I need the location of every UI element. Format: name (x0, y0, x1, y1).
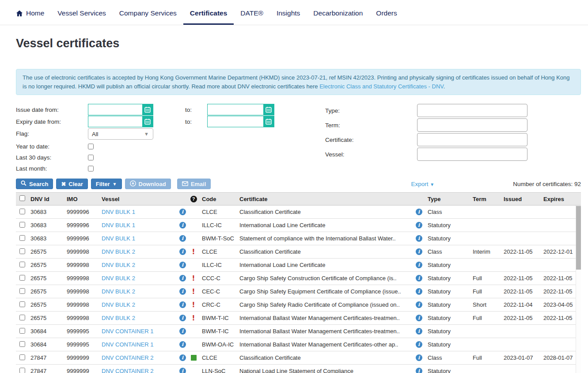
download-button[interactable]: Download (125, 179, 171, 189)
filter-button[interactable]: Filter ▼ (91, 179, 122, 189)
vessel-link[interactable]: DNV BULK 2 (102, 248, 135, 255)
nav-item-insights[interactable]: Insights (270, 9, 307, 25)
info-icon[interactable]: i (416, 288, 422, 295)
nav-item-home[interactable]: Home (16, 9, 51, 25)
nav-item-date[interactable]: DATE® (234, 9, 270, 25)
row-checkbox[interactable] (19, 354, 25, 360)
info-icon[interactable]: i (179, 275, 186, 282)
search-button[interactable]: Search (16, 179, 53, 189)
row-checkbox[interactable] (19, 275, 25, 281)
year-to-date-checkbox[interactable] (88, 144, 94, 149)
nav-item-certificates[interactable]: Certificates (183, 9, 234, 25)
export-link[interactable]: Export ▼ (411, 181, 434, 187)
info-icon[interactable]: i (179, 235, 186, 242)
certificate-input[interactable] (417, 133, 527, 146)
header-type[interactable]: Type (425, 196, 471, 202)
vessel-link[interactable]: DNV BULK 1 (102, 209, 135, 215)
info-icon[interactable]: i (179, 222, 186, 228)
flag-select[interactable]: All ▼ (88, 128, 153, 140)
info-icon[interactable]: i (179, 262, 186, 268)
row-checkbox[interactable] (19, 288, 25, 294)
issue-date-from-input[interactable] (88, 104, 142, 115)
row-checkbox[interactable] (19, 368, 25, 373)
term-input[interactable] (417, 118, 527, 132)
row-checkbox[interactable] (19, 315, 25, 320)
info-icon[interactable]: i (416, 368, 422, 373)
nav-item-decarbonization[interactable]: Decarbonization (307, 9, 369, 25)
vessel-link[interactable]: DNV BULK 2 (102, 288, 135, 295)
info-icon[interactable]: i (416, 222, 422, 228)
email-button[interactable]: Email (177, 179, 211, 189)
calendar-icon[interactable] (263, 104, 274, 115)
info-icon[interactable]: i (179, 328, 186, 335)
vessel-link[interactable]: DNV BULK 2 (102, 275, 135, 282)
nav-item-company-services[interactable]: Company Services (113, 9, 183, 25)
type-input[interactable] (417, 104, 527, 117)
issued-cell: 2022-11-05 (502, 248, 542, 255)
vessel-link[interactable]: DNV CONTAINER 1 (102, 341, 154, 348)
row-checkbox[interactable] (19, 328, 25, 334)
info-icon[interactable]: i (416, 328, 422, 335)
info-icon[interactable]: i (179, 301, 186, 308)
vessel-link[interactable]: DNV BULK 1 (102, 235, 135, 242)
vessel-link[interactable]: DNV BULK 2 (102, 315, 135, 321)
nav-item-orders[interactable]: Orders (369, 9, 403, 25)
header-imo[interactable]: IMO (65, 196, 101, 202)
row-checkbox[interactable] (19, 301, 25, 307)
vertical-scrollbar[interactable] (576, 206, 581, 373)
info-icon[interactable]: i (416, 235, 422, 242)
row-checkbox[interactable] (19, 262, 25, 267)
info-icon[interactable]: i (179, 209, 186, 215)
info-icon[interactable]: i (416, 262, 422, 268)
header-term[interactable]: Term (471, 196, 502, 202)
expiry-date-to-input[interactable] (208, 116, 263, 127)
imo-cell: 9999995 (65, 341, 101, 348)
info-icon[interactable]: i (416, 209, 422, 215)
last-30-days-checkbox[interactable] (88, 155, 94, 160)
row-checkbox[interactable] (19, 235, 25, 241)
row-checkbox[interactable] (19, 209, 25, 214)
expiry-date-from-input[interactable] (88, 116, 142, 127)
info-icon[interactable]: i (416, 248, 422, 255)
header-issued[interactable]: Issued (502, 196, 542, 202)
info-icon[interactable]: i (416, 301, 422, 308)
info-icon[interactable]: i (179, 341, 186, 348)
row-checkbox[interactable] (19, 341, 25, 347)
header-code[interactable]: Code (199, 196, 238, 202)
vessel-link[interactable]: DNV BULK 1 (102, 222, 135, 228)
header-dnv-id[interactable]: DNV Id (29, 196, 65, 202)
select-all-checkbox[interactable] (19, 195, 25, 201)
info-icon[interactable]: i (416, 315, 422, 321)
vessel-link[interactable]: DNV CONTAINER 2 (102, 354, 154, 361)
banner-link[interactable]: Electronic Class and Statutory Certifica… (319, 83, 444, 90)
info-icon[interactable]: i (179, 315, 186, 321)
nav-item-vessel-services[interactable]: Vessel Services (51, 9, 112, 25)
help-icon[interactable]: ? (190, 196, 197, 202)
header-certificate[interactable]: Certificate (238, 196, 413, 202)
info-icon[interactable]: i (179, 288, 186, 295)
vessel-input[interactable] (417, 148, 527, 161)
info-icon[interactable]: i (416, 354, 422, 361)
calendar-icon[interactable] (142, 104, 153, 115)
scrollbar-thumb[interactable] (576, 206, 581, 270)
vessel-link[interactable]: DNV BULK 2 (102, 262, 135, 268)
vessel-link[interactable]: DNV CONTAINER 2 (102, 368, 154, 373)
calendar-icon[interactable] (263, 116, 274, 127)
table-row: 306849999995DNV CONTAINER 1iBWM-OA-ICInt… (16, 338, 576, 351)
info-icon[interactable]: i (416, 275, 422, 282)
header-vessel[interactable]: Vessel (101, 196, 177, 202)
row-checkbox[interactable] (19, 222, 25, 228)
calendar-icon[interactable] (142, 116, 153, 127)
info-icon[interactable]: i (416, 341, 422, 348)
info-icon[interactable]: i (179, 354, 186, 361)
vessel-link[interactable]: DNV BULK 2 (102, 301, 135, 308)
issue-date-to-input[interactable] (208, 104, 263, 115)
row-checkbox[interactable] (19, 248, 25, 254)
last-month-checkbox[interactable] (88, 166, 94, 171)
vessel-link[interactable]: DNV CONTAINER 1 (102, 328, 154, 335)
info-icon[interactable]: i (179, 248, 186, 255)
toolbar: Search ✖ Clear Filter ▼ Download Email E… (16, 179, 581, 189)
header-expires[interactable]: Expires (542, 196, 576, 202)
info-icon[interactable]: i (179, 368, 186, 373)
clear-button[interactable]: ✖ Clear (56, 179, 87, 189)
